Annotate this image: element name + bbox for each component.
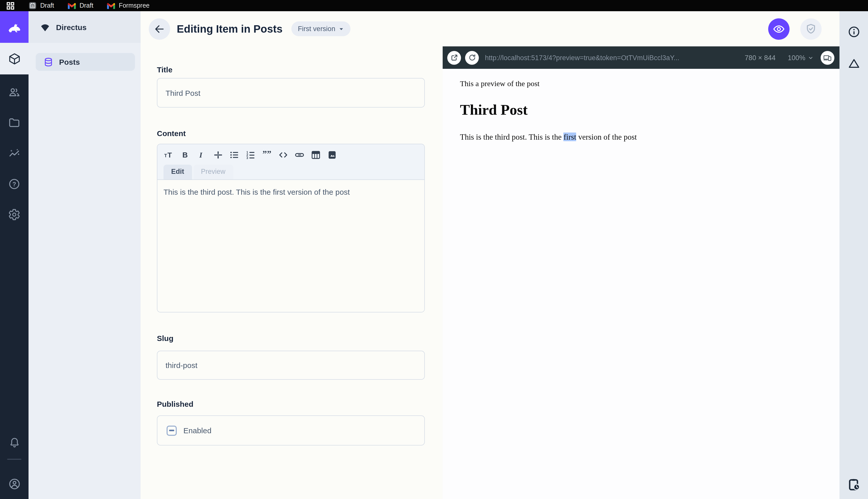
slug-input[interactable]: third-post [157, 351, 425, 380]
slug-field-label: Slug [157, 334, 425, 343]
project-chooser[interactable]: Directus [28, 11, 141, 43]
page-title: Editing Item in Posts [177, 23, 282, 35]
chevron-down-icon [808, 55, 814, 60]
module-bar-divider [7, 459, 21, 460]
calendar-icon: 31 [28, 1, 37, 10]
blockquote-icon[interactable]: ”” [261, 149, 273, 160]
code-icon[interactable] [278, 149, 289, 160]
module-insights[interactable] [0, 142, 28, 165]
version-selector[interactable]: First version [291, 21, 351, 36]
tab-label: Draft [40, 2, 54, 9]
editor-tab-bar: Edit Preview [164, 160, 419, 180]
image-icon[interactable] [327, 149, 338, 160]
gmail-icon [68, 2, 76, 9]
back-button[interactable] [149, 18, 170, 39]
browser-tab-draft-2[interactable]: Draft [68, 2, 93, 9]
browser-tab-draft-1[interactable]: 31 Draft [28, 1, 54, 10]
zoom-value: 100% [788, 54, 805, 61]
revisions-button[interactable] [840, 52, 868, 74]
info-icon [847, 25, 860, 38]
svg-text:3: 3 [247, 156, 248, 160]
gear-icon [8, 208, 21, 221]
database-icon [43, 57, 53, 67]
open-external-button[interactable] [447, 51, 461, 64]
title-input[interactable]: Third Post [157, 78, 425, 108]
preview-dimensions: 780 × 844 [745, 54, 776, 61]
preview-zoom-select[interactable]: 100% [788, 54, 814, 61]
save-shield-button[interactable] [800, 18, 822, 39]
screen: 31 Draft Draft [0, 0, 868, 499]
content-textarea[interactable]: This is the third post. This is the firs… [158, 180, 424, 312]
browser-tab-formspree[interactable]: Formspree [107, 2, 150, 9]
refresh-button[interactable] [465, 51, 479, 64]
browser-top-bar: 31 Draft Draft [0, 0, 868, 11]
svg-text:T: T [167, 151, 172, 159]
preview-intro-text: This a preview of the post [460, 79, 824, 89]
module-help[interactable]: ? [0, 173, 28, 195]
pending-changes-button[interactable] [840, 473, 868, 496]
content-text: This is the third post. This is the firs… [164, 187, 350, 196]
strikethrough-icon[interactable] [212, 149, 224, 160]
folder-icon [8, 117, 21, 129]
nav-sidebar: Directus Posts [28, 11, 141, 499]
notifications-button[interactable] [0, 431, 28, 454]
bullet-list-icon[interactable] [229, 149, 240, 160]
svg-text:31: 31 [31, 5, 34, 8]
preview-url[interactable]: http://localhost:5173/4?preview=true&tok… [485, 54, 741, 61]
info-button[interactable] [840, 20, 868, 43]
tab-label: Formspree [119, 2, 150, 9]
version-label: First version [298, 25, 335, 33]
avatar-icon [8, 477, 21, 490]
svg-text:T: T [164, 153, 167, 158]
svg-text:””: ”” [263, 149, 272, 159]
preview-toolbar: http://localhost:5173/4?preview=true&tok… [443, 46, 840, 69]
table-icon[interactable] [310, 149, 322, 160]
title-input-value: Third Post [165, 88, 200, 97]
preview-heading: Third Post [460, 101, 824, 118]
text-size-icon[interactable]: T T [164, 149, 175, 160]
module-settings[interactable] [0, 203, 28, 226]
svg-text:?: ? [12, 181, 16, 187]
directus-logo[interactable] [0, 11, 28, 43]
module-users[interactable] [0, 81, 28, 104]
bell-icon [9, 437, 20, 448]
triangle-icon [847, 57, 860, 70]
tab-edit[interactable]: Edit [164, 165, 192, 180]
ordered-list-icon[interactable]: 1 2 3 [245, 149, 256, 160]
markdown-editor: T T B [157, 144, 425, 313]
link-icon[interactable] [294, 149, 305, 160]
module-content-active[interactable] [0, 43, 28, 74]
user-avatar-button[interactable] [0, 473, 28, 495]
device-size-button[interactable] [821, 51, 834, 64]
page-header: Editing Item in Posts First version [141, 11, 840, 46]
gmail-icon [107, 2, 115, 9]
insights-icon [8, 147, 21, 160]
live-preview-pane: http://localhost:5173/4?preview=true&tok… [443, 46, 840, 499]
slug-input-value: third-post [165, 361, 197, 369]
sidebar-item-posts[interactable]: Posts [36, 53, 135, 71]
sidebar-item-label: Posts [59, 58, 80, 66]
module-files[interactable] [0, 112, 28, 134]
published-field-label: Published [157, 400, 425, 409]
editor-toolbar: T T B [158, 144, 424, 180]
rabbit-icon [5, 19, 23, 36]
published-toggle[interactable]: Enabled [157, 415, 425, 446]
refresh-icon [468, 53, 476, 62]
italic-icon[interactable]: I [196, 149, 207, 160]
tab-preview[interactable]: Preview [193, 165, 233, 180]
item-edit-form: Title Third Post Content T T [141, 46, 443, 499]
preview-toggle-button[interactable] [768, 18, 790, 39]
bold-icon[interactable]: B [180, 149, 191, 160]
shield-check-icon [805, 23, 817, 35]
grid-apps-icon[interactable] [6, 1, 15, 10]
title-field-label: Title [157, 65, 425, 74]
users-icon [8, 86, 21, 98]
preview-paragraph: This is the third post. This is the firs… [460, 132, 824, 142]
checkbox-indeterminate-icon[interactable] [166, 425, 177, 436]
published-checkbox-label: Enabled [184, 426, 211, 435]
eye-icon [773, 23, 785, 35]
arrow-left-icon [154, 23, 165, 34]
module-bar: ? [0, 11, 28, 499]
clipboard-clock-icon [847, 477, 860, 491]
external-link-icon [450, 53, 458, 62]
